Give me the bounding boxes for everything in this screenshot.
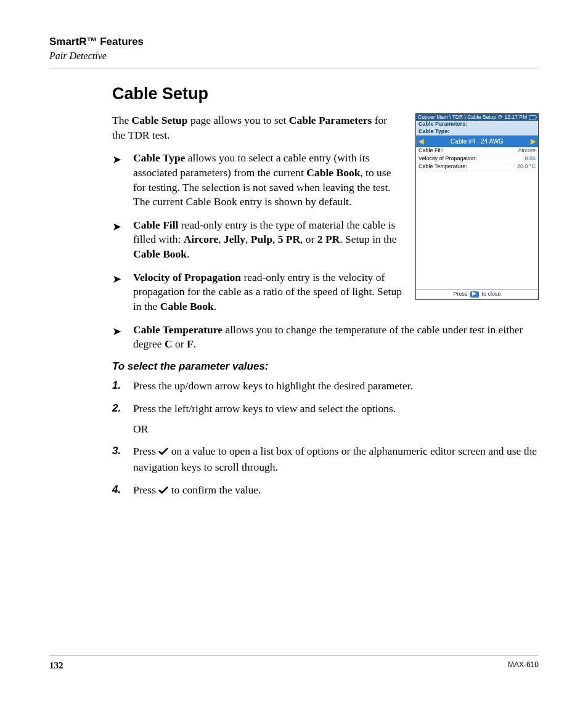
device-screenshot: Copper Main \ TDR \ Cable Setup ⟳ 12:17 …	[415, 113, 539, 300]
device-footer-hint: Press ⯈ to close	[416, 289, 538, 299]
section-heading: Cable Setup	[112, 84, 539, 103]
step-3: 3. Press on a value to open a list box o…	[112, 444, 539, 474]
bullet-vop: Velocity of Propagation read-only entry …	[112, 270, 402, 314]
page-number: 132	[49, 660, 63, 671]
device-time: 12:17 PM	[505, 115, 527, 120]
device-key-icon: ⯈	[470, 291, 479, 298]
header-rule	[49, 68, 539, 68]
check-icon	[158, 445, 168, 460]
step-1: 1. Press the up/down arrow keys to highl…	[112, 379, 539, 394]
running-header-subtitle: Pair Detective	[49, 51, 539, 62]
footer-model: MAX-610	[508, 660, 539, 671]
device-row-temp: Cable Temperature:20.0 °C	[416, 163, 538, 171]
running-header-title: SmartR™ Features	[49, 36, 539, 48]
device-row-vop: Velocity of Propagation:0.66	[416, 155, 538, 163]
bullet-cable-type: Cable Type allows you to select a cable …	[112, 151, 402, 209]
device-section-label-1: Cable Parameters:	[416, 121, 538, 128]
device-selected-cable: Cable #4 - 24 AWG	[451, 138, 504, 145]
bullet-cable-temperature: Cable Temperature allows you to change t…	[112, 323, 539, 352]
device-status-bar: Copper Main \ TDR \ Cable Setup ⟳ 12:17 …	[416, 114, 538, 121]
device-battery-icon	[529, 115, 536, 120]
device-parameters-area: Cable Fill:Aircore Velocity of Propagati…	[416, 147, 538, 289]
chevron-left-icon[interactable]: ◀	[419, 137, 423, 145]
step-2: 2. Press the left/right arrow keys to vi…	[112, 402, 539, 416]
device-breadcrumb: Copper Main \ TDR \ Cable Setup	[418, 115, 496, 120]
device-cable-type-selector[interactable]: ◀ Cable #4 - 24 AWG ▶	[416, 136, 538, 147]
chevron-right-icon[interactable]: ▶	[531, 137, 536, 145]
instructions-heading: To select the parameter values:	[112, 360, 539, 373]
footer-rule	[49, 655, 539, 655]
bullet-cable-fill: Cable Fill read-only entry is the type o…	[112, 218, 402, 262]
intro-paragraph: The Cable Setup page allows you to set C…	[112, 113, 402, 142]
step-or: OR	[133, 423, 539, 436]
check-icon	[158, 484, 168, 499]
device-section-label-2: Cable Type:	[416, 128, 538, 136]
step-4: 4. Press to confirm the value.	[112, 483, 539, 499]
device-row-cable-fill: Cable Fill:Aircore	[416, 147, 538, 155]
device-sync-icon: ⟳	[498, 115, 503, 120]
